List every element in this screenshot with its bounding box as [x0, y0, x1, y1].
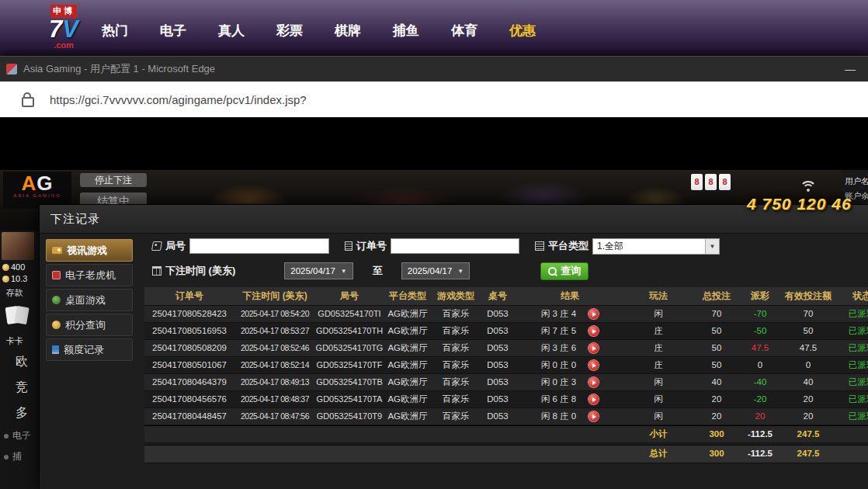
lobby-strip-item[interactable]: 卡卡	[0, 333, 39, 349]
result-text: 闲 6 庄 8	[541, 391, 576, 408]
to-label: 至	[373, 264, 383, 278]
result-text: 闲 0 庄 0	[541, 357, 576, 373]
modal-sidebar-item[interactable]: 积分查询	[46, 314, 133, 336]
replay-button[interactable]	[589, 411, 599, 421]
playing-card: 8	[719, 174, 731, 190]
total-bet-cell: 20	[693, 391, 741, 408]
modal-sidebar-item[interactable]: 桌面游戏	[46, 289, 133, 311]
status-cell: 已派彩	[837, 374, 868, 390]
lobby-strip-item[interactable]: 竞	[0, 374, 39, 400]
nav-item[interactable]: 彩票	[276, 22, 303, 40]
order-no-input[interactable]	[391, 238, 519, 254]
jackpot-counter: 4 750 120 46	[747, 195, 852, 213]
result-cell: 闲 0 庄 0	[516, 357, 624, 373]
lobby-strip-item[interactable]: 欧	[0, 349, 39, 374]
nav-item[interactable]: 捕鱼	[393, 22, 419, 40]
nav-item[interactable]: 体育	[451, 22, 477, 40]
chevron-down-icon: ▼	[341, 268, 347, 275]
lobby-strip-item[interactable]: 捕	[0, 446, 39, 467]
play-cell: 闲	[624, 306, 693, 322]
result-cell: 闲 8 庄 0	[516, 408, 624, 425]
page-content: AG ASIA GAMING 停止下注 结算中 8 8 8 用户名 账户余	[0, 117, 868, 489]
table-no-cell: D053	[480, 374, 516, 390]
round-no-input[interactable]	[189, 238, 329, 254]
result-text: 闲 8 庄 0	[541, 408, 576, 425]
modal-sidebar: 视讯游戏 电子老虎机 桌面游戏 积分查询	[46, 239, 133, 363]
table-row: 250417080516953 2025-04-17 08:53:27 GD05…	[144, 323, 868, 340]
browser-title-bar: Asia Gaming - 用户配置 1 - Microsoft Edge —	[0, 57, 868, 82]
lobby-strip-item[interactable]: 多	[0, 400, 39, 425]
status-cell: 已派彩	[837, 408, 868, 425]
status-cell: 已派彩	[837, 357, 868, 373]
total-payout: -112.5	[741, 446, 779, 463]
table-row: 250417080464379 2025-04-17 08:49:13 GD05…	[144, 374, 868, 391]
date-to-picker[interactable]: 2025/04/17 ▼	[401, 262, 470, 279]
lock-icon[interactable]	[22, 97, 34, 107]
table-no-cell: D053	[480, 408, 516, 425]
lobby-strip-item[interactable]: 存款	[0, 285, 39, 300]
sidebar-item-icon	[52, 247, 62, 254]
header-game-type: 游戏类型	[432, 287, 480, 305]
nav-item[interactable]: 棋牌	[335, 22, 361, 40]
bet-time-cell: 2025-04-17 08:54:20	[234, 306, 315, 322]
sidebar-item-label: 桌面游戏	[65, 293, 106, 307]
replay-button[interactable]	[589, 343, 599, 353]
total-bet-cell: 20	[693, 408, 741, 425]
header-payout: 派彩	[741, 287, 779, 305]
lobby-strip-item[interactable]: 10.3	[0, 273, 39, 285]
total-total-bet: 300	[693, 446, 741, 463]
lobby-strip-item[interactable]: 电子	[0, 425, 39, 446]
platform-select[interactable]: 1.全部 ▼	[592, 238, 720, 255]
modal-sidebar-item[interactable]: 额度记录	[46, 338, 133, 361]
replay-button[interactable]	[589, 394, 599, 404]
site-logo[interactable]: 申博 7V .com	[35, 3, 92, 49]
header-bet-time: 下注时间 (美东)	[234, 287, 315, 305]
result-cell: 闲 0 庄 3	[516, 374, 624, 390]
minimize-button[interactable]: —	[838, 57, 862, 82]
playing-card: 8	[691, 174, 703, 190]
nav-item[interactable]: 热门	[102, 22, 128, 40]
round-no-cell: GD053254170TG	[315, 340, 384, 356]
avatar[interactable]	[2, 232, 34, 260]
total-bet-cell: 50	[693, 323, 741, 339]
game-type-cell: 百家乐	[432, 323, 480, 339]
nav-item[interactable]: 优惠	[509, 22, 536, 40]
replay-button[interactable]	[589, 326, 599, 336]
valid-bet-cell: 20	[779, 391, 837, 408]
result-text: 闲 3 庄 6	[541, 340, 576, 356]
status-cell: 已派彩	[837, 323, 868, 339]
play-cell: 庄	[624, 357, 693, 373]
sidebar-item-label: 积分查询	[65, 318, 106, 332]
nav-item[interactable]: 电子	[160, 22, 186, 40]
total-bet-cell: 40	[693, 374, 741, 390]
subtotal-payout: -112.5	[741, 426, 779, 442]
address-bar[interactable]: https://gci.7vvvvvv.com/agingame/pcv1/in…	[0, 82, 868, 117]
modal-sidebar-item[interactable]: 电子老虎机	[46, 264, 133, 286]
sidebar-item-icon	[52, 345, 59, 354]
order-no-label: 订单号	[356, 239, 387, 253]
replay-button[interactable]	[589, 377, 599, 387]
round-no-label: 局号	[165, 239, 186, 253]
result-text: 闲 3 庄 4	[541, 306, 576, 322]
replay-button[interactable]	[589, 309, 599, 319]
site-top-nav: 申博 7V .com 热门 电子 真人 彩票 棋牌 捕鱼 体育 优惠	[0, 0, 868, 61]
username-label: 用户名	[845, 174, 868, 189]
search-button[interactable]: 查询	[540, 262, 589, 280]
status-cell: 已派彩	[837, 306, 868, 322]
search-icon	[548, 267, 557, 276]
lobby-strip-item[interactable]: 400	[0, 262, 39, 273]
order-no-cell: 250417080456576	[144, 391, 234, 408]
order-no-cell: 250417080464379	[144, 374, 234, 390]
total-bet-cell: 50	[693, 340, 741, 356]
browser-window: Asia Gaming - 用户配置 1 - Microsoft Edge — …	[0, 56, 868, 489]
replay-button[interactable]	[589, 360, 599, 370]
result-cell: 闲 6 庄 8	[516, 391, 624, 408]
lobby-strip-item[interactable]	[0, 300, 39, 333]
table-no-cell: D053	[480, 391, 516, 408]
nav-item[interactable]: 真人	[218, 22, 245, 40]
game-type-cell: 百家乐	[432, 357, 480, 373]
stop-betting-badge: 停止下注	[80, 173, 147, 187]
date-from-picker[interactable]: 2025/04/17 ▼	[284, 262, 352, 279]
modal-sidebar-item[interactable]: 视讯游戏	[46, 239, 133, 262]
round-no-cell: GD053254170TH	[315, 323, 384, 339]
